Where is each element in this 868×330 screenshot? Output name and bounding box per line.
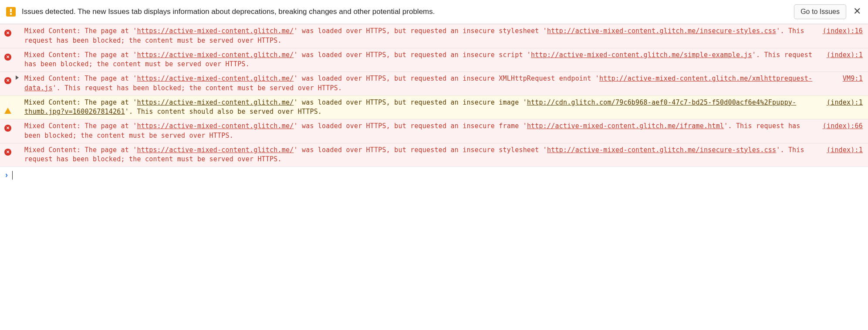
page-url-link[interactable]: https://active-mixed-content.glitch.me/	[137, 99, 294, 106]
resource-url-link[interactable]: http://active-mixed-content.glitch.me/in…	[547, 146, 776, 154]
console-log: Mixed Content: The page at 'https://acti…	[0, 24, 868, 167]
resource-url-link[interactable]: http://active-mixed-content.glitch.me/if…	[527, 122, 724, 130]
resource-type: frame	[499, 122, 519, 130]
prompt-chevron-icon: ›	[5, 170, 8, 180]
resource-type: stylesheet	[499, 146, 539, 154]
resource-type: XMLHttpRequest endpoint	[499, 75, 591, 82]
console-entry: Mixed Content: The page at 'https://acti…	[0, 24, 868, 48]
go-to-issues-button[interactable]: Go to Issues	[794, 4, 846, 19]
resource-type: script	[499, 51, 523, 59]
console-message: Mixed Content: The page at 'https://acti…	[24, 122, 819, 141]
console-entry: Mixed Content: The page at 'https://acti…	[0, 48, 868, 72]
issues-bar: Issues detected. The new Issues tab disp…	[0, 0, 868, 24]
console-prompt[interactable]: ›	[0, 167, 868, 183]
text-caret	[12, 171, 13, 180]
source-link[interactable]: (index):66	[823, 122, 863, 131]
error-icon	[4, 77, 11, 84]
page-url-link[interactable]: https://active-mixed-content.glitch.me/	[137, 75, 294, 82]
resource-type: stylesheet	[499, 27, 539, 35]
error-icon	[4, 125, 11, 132]
error-icon	[4, 30, 11, 37]
page-url-link[interactable]: https://active-mixed-content.glitch.me/	[137, 27, 294, 35]
resource-url-link[interactable]: http://active-mixed-content.glitch.me/si…	[531, 51, 752, 59]
page-url-link[interactable]: https://active-mixed-content.glitch.me/	[137, 122, 294, 130]
source-link[interactable]: (index):1	[827, 51, 863, 60]
issues-text: Issues detected. The new Issues tab disp…	[22, 7, 788, 16]
console-message: Mixed Content: The page at 'https://acti…	[24, 74, 839, 93]
warning-icon	[4, 100, 11, 114]
message-tail: This request has been blocked; the conte…	[64, 84, 342, 92]
expand-toggle	[16, 98, 21, 99]
source-link[interactable]: (index):16	[823, 27, 863, 36]
console-entry: Mixed Content: The page at 'https://acti…	[0, 71, 868, 95]
issues-icon	[6, 7, 16, 17]
console-message: Mixed Content: The page at 'https://acti…	[24, 27, 819, 46]
source-link[interactable]: VM9:1	[843, 74, 863, 84]
page-url-link[interactable]: https://active-mixed-content.glitch.me/	[137, 51, 294, 59]
console-message: Mixed Content: The page at 'https://acti…	[24, 98, 823, 117]
resource-type: image	[499, 99, 519, 106]
chevron-right-icon	[16, 75, 19, 80]
close-icon[interactable]: ✕	[852, 7, 862, 17]
source-link[interactable]: (index):1	[827, 98, 863, 108]
console-message: Mixed Content: The page at 'https://acti…	[24, 51, 823, 70]
resource-url-link[interactable]: http://active-mixed-content.glitch.me/in…	[547, 27, 776, 35]
expand-toggle[interactable]	[16, 74, 21, 82]
console-entry: Mixed Content: The page at 'https://acti…	[0, 95, 868, 119]
expand-toggle	[16, 27, 21, 27]
source-link[interactable]: (index):1	[827, 146, 863, 155]
page-url-link[interactable]: https://active-mixed-content.glitch.me/	[137, 146, 294, 154]
expand-toggle	[16, 146, 21, 146]
console-entry: Mixed Content: The page at 'https://acti…	[0, 119, 868, 143]
expand-toggle	[16, 122, 21, 122]
console-message: Mixed Content: The page at 'https://acti…	[24, 146, 823, 165]
console-entry: Mixed Content: The page at 'https://acti…	[0, 143, 868, 167]
message-tail: This content should also be served over …	[137, 108, 322, 116]
expand-toggle	[16, 51, 21, 51]
error-icon	[4, 149, 11, 156]
error-icon	[4, 54, 11, 61]
